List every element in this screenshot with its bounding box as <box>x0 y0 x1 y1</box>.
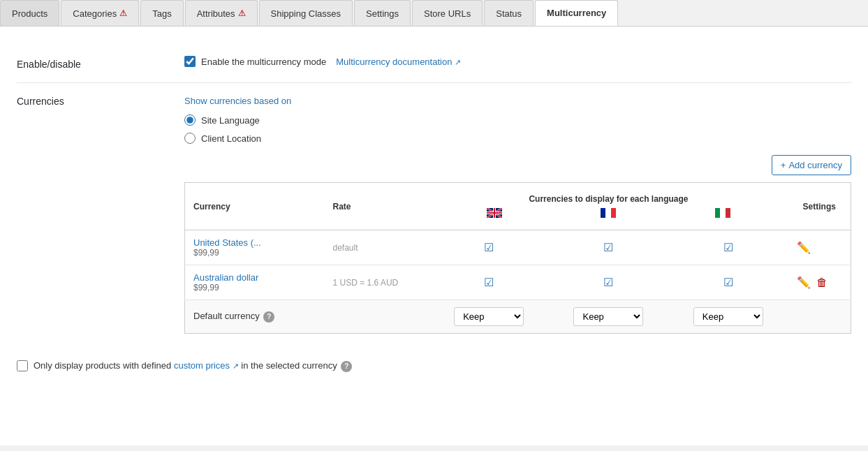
tab-categories[interactable]: Categories ⚠ <box>61 0 139 26</box>
tab-settings[interactable]: Settings <box>354 0 411 26</box>
aud-name: Australian dollar <box>193 272 316 283</box>
radio-group: Site Language Client Location <box>184 114 851 144</box>
currency-table: Currency Rate Currencies to display for … <box>184 182 851 334</box>
edit-aud-icon[interactable]: ✏️ <box>797 276 811 289</box>
site-language-radio[interactable] <box>184 114 196 126</box>
default-currency-label: Default currency <box>193 311 260 321</box>
show-currencies-label: Show currencies based on <box>184 96 851 106</box>
edit-usd-icon[interactable]: ✏️ <box>797 241 811 254</box>
svg-rect-14 <box>726 208 730 218</box>
client-location-label: Client Location <box>201 133 261 144</box>
custom-prices-checkbox[interactable] <box>17 360 28 371</box>
multicurrency-doc-link[interactable]: Multicurrency documentation ↗ <box>336 57 461 67</box>
svg-rect-9 <box>601 208 605 218</box>
add-currency-icon: + <box>781 160 786 170</box>
svg-rect-12 <box>715 208 720 218</box>
lang3-check-usd: ☑ <box>668 230 788 265</box>
settings-cell-usd: ✏️ <box>788 230 851 265</box>
tab-store-urls[interactable]: Store URLs <box>412 0 483 26</box>
bottom-help-icon[interactable]: ? <box>341 361 352 372</box>
default-currency-help-icon[interactable]: ? <box>263 311 274 323</box>
table-row: Australian dollar $99,99 1 USD = 1.6 AUD… <box>185 265 851 300</box>
tab-shipping-classes[interactable]: Shipping Classes <box>259 0 353 26</box>
svg-rect-11 <box>611 208 616 218</box>
tab-tags[interactable]: Tags <box>140 0 183 26</box>
tab-multicurrency[interactable]: Multicurrency <box>535 0 618 26</box>
site-language-label: Site Language <box>201 115 260 126</box>
enable-row: Enable the multicurrency mode Multicurre… <box>184 56 851 67</box>
usd-rate: default <box>333 243 358 253</box>
multicurrency-enable-checkbox[interactable] <box>184 56 196 67</box>
check-icon-usd-lang2: ☑ <box>557 241 660 254</box>
aud-action-icons: ✏️ 🗑 <box>797 276 843 289</box>
check-icon-usd-lang1: ☑ <box>438 241 540 254</box>
lang2-check-aud: ☑ <box>549 265 668 300</box>
add-currency-label: Add currency <box>788 160 842 170</box>
languages-header-text: Currencies to display for each language <box>438 190 780 205</box>
default-keep-1: Keep <box>429 300 549 334</box>
uk-flag-icon <box>487 208 502 220</box>
keep-select-2[interactable]: Keep <box>573 307 643 326</box>
default-keep-2: Keep <box>549 300 668 334</box>
enable-disable-label: Enable/disable <box>17 56 184 70</box>
bottom-text-after: in the selected currency <box>241 360 337 371</box>
add-currency-button[interactable]: + Add currency <box>772 155 851 175</box>
aud-rate: 1 USD = 1.6 AUD <box>333 278 399 288</box>
th-settings: Settings <box>788 183 851 230</box>
tab-store-urls-label: Store URLs <box>424 8 471 19</box>
lang2-check-usd: ☑ <box>549 230 668 265</box>
radio-client-location: Client Location <box>184 133 851 144</box>
currency-cell-aud: Australian dollar $99,99 <box>185 265 325 300</box>
enable-disable-content: Enable the multicurrency mode Multicurre… <box>184 56 851 70</box>
tab-products-label: Products <box>12 8 47 19</box>
flag-row <box>438 205 780 223</box>
external-link-icon: ↗ <box>455 58 461 66</box>
svg-rect-10 <box>605 208 611 218</box>
tab-attributes-label: Attributes <box>197 8 235 19</box>
check-icon-aud-lang3: ☑ <box>677 276 779 289</box>
tab-attributes[interactable]: Attributes ⚠ <box>185 0 258 26</box>
it-flag-icon <box>715 208 730 220</box>
currencies-label: Currencies <box>17 96 184 144</box>
default-settings-empty <box>788 300 851 334</box>
attributes-warning-icon: ⚠ <box>238 8 246 18</box>
delete-aud-icon[interactable]: 🗑 <box>816 276 827 289</box>
rate-cell-usd: default <box>325 230 429 265</box>
client-location-radio[interactable] <box>184 133 196 144</box>
custom-prices-external-icon: ↗ <box>233 362 239 370</box>
lang3-check-aud: ☑ <box>668 265 788 300</box>
tab-settings-label: Settings <box>366 8 399 19</box>
tab-status-label: Status <box>496 8 522 19</box>
usd-price: $99,99 <box>193 248 316 258</box>
tab-tags-label: Tags <box>152 8 171 19</box>
keep-select-3[interactable]: Keep <box>693 307 763 326</box>
bottom-text-before: Only display products with defined <box>34 360 171 371</box>
currencies-section: Currencies Show currencies based on Site… <box>17 83 851 346</box>
th-rate: Rate <box>325 183 429 230</box>
currencies-right: Show currencies based on Site Language C… <box>184 96 851 144</box>
check-icon-usd-lang3: ☑ <box>677 241 779 254</box>
svg-rect-8 <box>487 212 502 214</box>
table-area: + Add currency Currency Rate Currencies … <box>17 155 851 334</box>
usd-action-icons: ✏️ <box>797 241 843 254</box>
check-icon-aud-lang1: ☑ <box>438 276 540 289</box>
usd-name: United States (... <box>193 237 316 248</box>
tab-shipping-classes-label: Shipping Classes <box>271 8 341 19</box>
fr-flag-icon <box>601 208 616 220</box>
svg-rect-13 <box>720 208 726 218</box>
enable-checkbox-label: Enable the multicurrency mode <box>201 57 326 67</box>
currency-cell-usd: United States (... $99,99 <box>185 230 325 265</box>
tab-status[interactable]: Status <box>484 0 534 26</box>
tab-products[interactable]: Products <box>0 0 59 26</box>
enable-disable-section: Enable/disable Enable the multicurrency … <box>17 43 851 83</box>
rate-cell-aud: 1 USD = 1.6 AUD <box>325 265 429 300</box>
default-keep-3: Keep <box>668 300 788 334</box>
radio-site-language: Site Language <box>184 114 851 126</box>
keep-select-1[interactable]: Keep <box>454 307 524 326</box>
check-icon-aud-lang2: ☑ <box>557 276 660 289</box>
custom-prices-link[interactable]: custom prices ↗ <box>174 360 241 371</box>
tab-multicurrency-label: Multicurrency <box>547 8 606 18</box>
tab-categories-label: Categories <box>73 8 117 19</box>
categories-warning-icon: ⚠ <box>119 8 127 18</box>
page-content: Enable/disable Enable the multicurrency … <box>0 27 868 445</box>
